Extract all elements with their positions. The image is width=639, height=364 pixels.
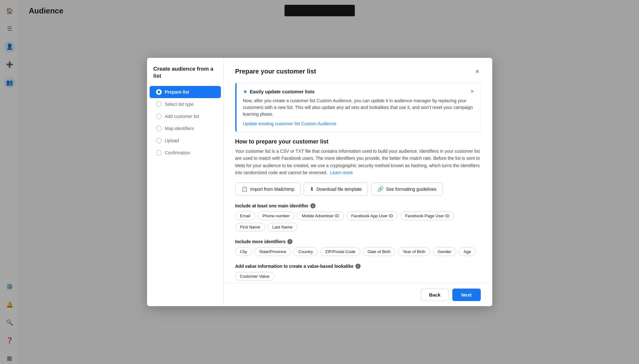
download-icon: ⬇ — [310, 186, 314, 192]
info-banner-body: Now, after you create a customer list Cu… — [243, 97, 474, 118]
back-button[interactable]: Back — [421, 289, 448, 301]
step-radio-inner — [158, 91, 160, 93]
banner-link[interactable]: Update existing customer list Custom Aud… — [243, 121, 337, 126]
main-identifiers-info-icon[interactable]: i — [310, 203, 316, 208]
sidebar-step-add-customer-list[interactable]: Add customer list — [150, 110, 221, 122]
more-identifiers-tags: City State/Province Country ZIP/Postal C… — [235, 247, 481, 256]
banner-close-button[interactable]: × — [471, 88, 474, 95]
learn-more-link[interactable]: Learn more — [330, 170, 353, 175]
step-radio-map-identifiers — [156, 126, 162, 131]
tag-state-province: State/Province — [254, 247, 291, 256]
tag-customer-value: Customer Value — [235, 272, 274, 281]
tag-facebook-app-user-id: Facebook App User ID — [347, 212, 398, 220]
sidebar-step-map-identifiers[interactable]: Map identifiers — [150, 122, 221, 135]
tag-city: City — [235, 247, 252, 256]
next-button[interactable]: Next — [452, 289, 481, 301]
main-identifiers-tags: Email Phone number Mobile Advertiser ID … — [235, 212, 481, 231]
tag-age: Age — [459, 247, 476, 256]
redacted-bar — [284, 5, 355, 16]
formatting-guidelines-button[interactable]: 🔗 See formatting guidelines — [371, 182, 443, 196]
mailchimp-icon: 📋 — [241, 186, 248, 192]
sidebar-step-confirmation[interactable]: Confirmation — [150, 147, 221, 159]
modal-sidebar: Create audience from a list Prepare list… — [147, 58, 224, 306]
step-radio-select-list-type — [156, 101, 162, 107]
tag-first-name: First Name — [235, 223, 265, 231]
modal-overlay: Create audience from a list Prepare list… — [0, 0, 639, 364]
main-identifiers-label: Include at least one main identifier i — [235, 203, 481, 208]
formatting-guidelines-label: See formatting guidelines — [386, 187, 437, 192]
step-label-add-customer-list: Add customer list — [165, 114, 199, 119]
tag-last-name: Last Name — [268, 223, 297, 231]
more-identifiers-info-icon[interactable]: i — [287, 239, 292, 244]
more-identifiers-label: Include more identifiers i — [235, 239, 481, 244]
modal-footer: Back Next — [224, 283, 492, 306]
step-radio-add-customer-list — [156, 113, 162, 119]
step-radio-prepare-list — [156, 89, 162, 95]
sidebar-step-select-list-type[interactable]: Select list type — [150, 98, 221, 110]
how-to-body: Your customer list is a CSV or TXT file … — [235, 148, 481, 176]
how-to-section: How to prepare your customer list Your c… — [235, 138, 481, 176]
close-button[interactable]: × — [474, 67, 481, 76]
value-identifiers-label: Add value information to create a value-… — [235, 264, 481, 269]
tag-gender: Gender — [433, 247, 456, 256]
modal-main-content: Prepare your customer list × ★ Easily up… — [224, 58, 492, 306]
step-radio-confirmation — [156, 150, 162, 156]
value-identifiers-tags: Customer Value — [235, 272, 481, 281]
modal-header-row: Prepare your customer list × — [235, 67, 481, 76]
sidebar-step-prepare-list[interactable]: Prepare list — [150, 86, 221, 98]
info-banner: ★ Easily update customer lists × Now, af… — [235, 83, 481, 132]
step-radio-upload — [156, 138, 162, 143]
import-mailchimp-button[interactable]: 📋 Import from Mailchimp — [235, 182, 300, 196]
star-icon: ★ — [243, 89, 247, 95]
main-identifiers-section: Include at least one main identifier i E… — [235, 203, 481, 231]
info-banner-header: ★ Easily update customer lists × — [243, 88, 474, 95]
tag-mobile-advertiser-id: Mobile Advertiser ID — [297, 212, 344, 220]
step-label-upload: Upload — [165, 138, 179, 143]
tag-year-of-birth: Year of Birth — [398, 247, 430, 256]
step-label-confirmation: Confirmation — [165, 150, 190, 155]
sidebar-step-upload[interactable]: Upload — [150, 135, 221, 147]
more-identifiers-section: Include more identifiers i City State/Pr… — [235, 239, 481, 256]
tag-date-of-birth: Date of Birth — [363, 247, 395, 256]
tag-email: Email — [235, 212, 255, 220]
modal: Create audience from a list Prepare list… — [147, 58, 492, 306]
step-label-map-identifiers: Map identifiers — [165, 126, 194, 131]
value-identifiers-section: Add value information to create a value-… — [235, 264, 481, 281]
action-buttons-row: 📋 Import from Mailchimp ⬇ Download file … — [235, 182, 481, 196]
step-label-select-list-type: Select list type — [165, 102, 194, 107]
download-template-button[interactable]: ⬇ Download file template — [304, 182, 368, 196]
download-template-label: Download file template — [316, 187, 362, 192]
step-label-prepare-list: Prepare list — [165, 89, 189, 95]
tag-country: Country — [293, 247, 318, 256]
value-identifiers-info-icon[interactable]: i — [355, 264, 361, 269]
how-to-title: How to prepare your customer list — [235, 138, 481, 145]
tag-facebook-page-user-id: Facebook Page User ID — [400, 212, 454, 220]
modal-title: Prepare your customer list — [235, 68, 316, 75]
tag-zip-postal-code: ZIP/Postal Code — [320, 247, 360, 256]
link-icon: 🔗 — [377, 186, 384, 192]
import-mailchimp-label: Import from Mailchimp — [250, 187, 294, 192]
modal-sidebar-title: Create audience from a list — [147, 66, 223, 86]
tag-phone-number: Phone number — [258, 212, 294, 220]
info-banner-title: Easily update customer lists — [250, 89, 468, 94]
